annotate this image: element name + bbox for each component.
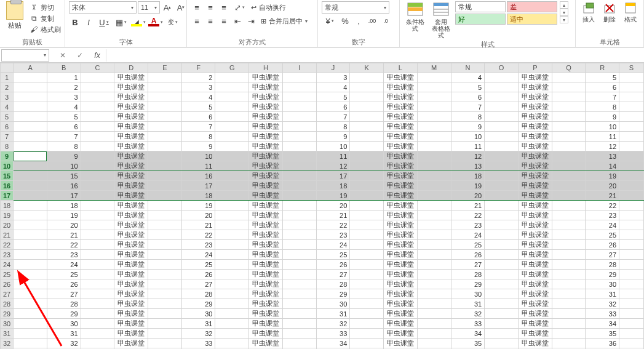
cell[interactable]: 29 — [316, 289, 350, 299]
cell[interactable]: 21 — [586, 191, 619, 201]
cell[interactable] — [485, 240, 519, 250]
cell[interactable] — [81, 260, 114, 270]
row-header[interactable]: 16 — [1, 181, 14, 191]
column-header[interactable]: G — [215, 63, 249, 73]
cell[interactable] — [148, 240, 182, 250]
cell[interactable]: 甲虫课堂 — [114, 289, 148, 299]
row-header[interactable]: 15 — [1, 171, 14, 181]
cell[interactable]: 33 — [586, 309, 619, 319]
cell[interactable]: 7 — [316, 112, 350, 122]
cell[interactable]: 甲虫课堂 — [249, 122, 283, 132]
cell[interactable]: 甲虫课堂 — [518, 132, 552, 142]
cell[interactable] — [485, 201, 519, 211]
style-mid[interactable]: 适中 — [507, 14, 557, 25]
orientation-button[interactable]: ⤢ — [231, 1, 247, 14]
decrease-decimal-button[interactable]: .0 — [380, 15, 392, 27]
row-header[interactable]: 6 — [1, 122, 14, 132]
cell[interactable] — [283, 151, 317, 161]
cell[interactable] — [485, 211, 519, 220]
cell[interactable]: 甲虫课堂 — [518, 122, 552, 132]
cell[interactable]: 甲虫课堂 — [518, 82, 552, 92]
cell[interactable] — [552, 260, 586, 270]
row-header[interactable]: 25 — [1, 270, 14, 279]
cell[interactable]: 3 — [316, 73, 350, 82]
cell[interactable]: 甲虫课堂 — [518, 339, 552, 348]
row-header[interactable]: 2 — [1, 82, 14, 92]
cell[interactable]: 甲虫课堂 — [249, 161, 283, 171]
cell[interactable] — [619, 112, 644, 122]
cell[interactable] — [148, 82, 182, 92]
border-button[interactable]: ▦ — [113, 16, 129, 28]
cell[interactable]: 甲虫课堂 — [114, 73, 148, 82]
cell[interactable] — [14, 171, 47, 181]
cell[interactable] — [215, 191, 249, 201]
row-header[interactable]: 30 — [1, 319, 14, 329]
cell[interactable] — [283, 250, 317, 260]
cell[interactable] — [350, 279, 384, 289]
cell[interactable]: 11 — [451, 142, 485, 151]
cell[interactable] — [148, 329, 182, 339]
cell[interactable] — [81, 161, 114, 171]
cell[interactable]: 12 — [586, 142, 619, 151]
cell[interactable] — [350, 309, 384, 319]
phonetic-button[interactable]: 变 — [165, 16, 181, 28]
cell[interactable] — [552, 122, 586, 132]
cell[interactable]: 甲虫课堂 — [249, 270, 283, 279]
cell[interactable] — [417, 309, 451, 319]
cell[interactable]: 32 — [47, 339, 81, 348]
cell[interactable] — [350, 181, 384, 191]
gallery-down-icon[interactable]: ▾ — [560, 9, 568, 16]
cell[interactable] — [148, 132, 182, 142]
cell[interactable]: 25 — [586, 230, 619, 240]
cell[interactable] — [350, 73, 384, 82]
cell[interactable]: 甲虫课堂 — [518, 260, 552, 270]
cell[interactable]: 甲虫课堂 — [114, 220, 148, 230]
cell[interactable]: 5 — [586, 73, 619, 82]
cell[interactable] — [148, 260, 182, 270]
cell[interactable] — [283, 319, 317, 329]
cell[interactable]: 甲虫课堂 — [249, 289, 283, 299]
cell[interactable]: 甲虫课堂 — [249, 329, 283, 339]
cell[interactable] — [485, 171, 519, 181]
column-header[interactable]: L — [383, 63, 417, 73]
cell[interactable] — [215, 240, 249, 250]
column-header[interactable]: B — [47, 63, 81, 73]
row-header[interactable]: 9 — [1, 151, 14, 161]
cell[interactable]: 16 — [181, 171, 215, 181]
cell[interactable]: 18 — [47, 201, 81, 211]
cell[interactable]: 24 — [316, 240, 350, 250]
formula-input[interactable] — [106, 49, 644, 62]
cell[interactable] — [81, 102, 114, 112]
cell[interactable] — [485, 260, 519, 270]
cell[interactable]: 11 — [316, 151, 350, 161]
cell[interactable] — [350, 270, 384, 279]
cell[interactable] — [619, 319, 644, 329]
cell[interactable] — [350, 339, 384, 348]
cell[interactable]: 甲虫课堂 — [383, 132, 417, 142]
cell[interactable]: 甲虫课堂 — [518, 92, 552, 102]
cell[interactable] — [350, 132, 384, 142]
cell[interactable]: 甲虫课堂 — [383, 122, 417, 132]
cell[interactable]: 甲虫课堂 — [518, 279, 552, 289]
merge-center-button[interactable]: ⊞ 合并后居中▾ — [258, 15, 310, 27]
cell[interactable]: 20 — [451, 191, 485, 201]
cell[interactable]: 甲虫课堂 — [383, 260, 417, 270]
cell[interactable]: 9 — [586, 112, 619, 122]
cell[interactable] — [619, 211, 644, 220]
cell[interactable] — [14, 289, 47, 299]
cell[interactable] — [619, 191, 644, 201]
cell[interactable]: 30 — [181, 309, 215, 319]
cell[interactable] — [283, 142, 317, 151]
cell[interactable]: 25 — [451, 240, 485, 250]
cell[interactable] — [552, 102, 586, 112]
row-header[interactable]: 8 — [1, 142, 14, 151]
cell[interactable]: 23 — [586, 211, 619, 220]
cell[interactable]: 4 — [181, 92, 215, 102]
cell[interactable]: 4 — [47, 102, 81, 112]
cell[interactable]: 27 — [451, 260, 485, 270]
row-header[interactable]: 22 — [1, 240, 14, 250]
copy-button[interactable]: ⧉ 复制 — [30, 14, 61, 23]
cell[interactable] — [215, 230, 249, 240]
cell[interactable]: 21 — [47, 230, 81, 240]
cell[interactable] — [14, 339, 47, 348]
